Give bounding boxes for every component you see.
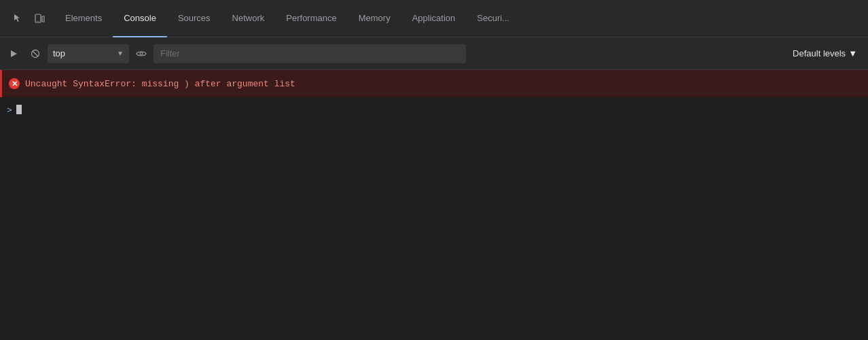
tab-elements[interactable]: Elements [54,0,113,37]
cursor-icon[interactable] [8,9,27,28]
tab-sources[interactable]: Sources [167,0,221,37]
console-prompt[interactable]: > [0,97,868,122]
error-icon: ✕ [9,78,20,89]
tab-application[interactable]: Application [401,0,467,37]
default-levels-button[interactable]: Default levels ▼ [786,44,864,63]
tab-bar: Elements Console Sources Network Perform… [0,0,868,37]
svg-point-6 [140,52,143,55]
console-toolbar: top ▼ Default levels ▼ [0,37,868,70]
device-icon[interactable] [30,9,49,28]
context-selector[interactable]: top ▼ [48,44,129,63]
prompt-cursor [16,105,22,114]
svg-line-5 [33,51,38,56]
error-message: Uncaught SyntaxError: missing ) after ar… [25,79,295,89]
console-empty-area [0,122,868,326]
tab-network[interactable]: Network [221,0,276,37]
tab-console[interactable]: Console [113,0,167,37]
console-content: ✕ Uncaught SyntaxError: missing ) after … [0,70,868,340]
clear-console-icon[interactable] [26,44,45,63]
svg-rect-1 [42,16,44,22]
tab-performance[interactable]: Performance [275,0,347,37]
live-expressions-icon[interactable] [132,44,151,63]
svg-rect-0 [35,14,41,22]
svg-marker-3 [11,50,17,57]
devtools-icons [3,9,54,28]
default-levels-label: Default levels [793,48,846,58]
context-value: top [53,48,113,58]
filter-input[interactable] [153,44,466,63]
prompt-chevron: > [7,105,12,115]
tab-memory[interactable]: Memory [348,0,401,37]
tab-security[interactable]: Securi... [466,0,520,37]
run-script-icon[interactable] [4,44,23,63]
chevron-down-icon: ▼ [117,50,124,57]
chevron-down-icon: ▼ [848,48,857,58]
error-entry: ✕ Uncaught SyntaxError: missing ) after … [0,70,868,97]
